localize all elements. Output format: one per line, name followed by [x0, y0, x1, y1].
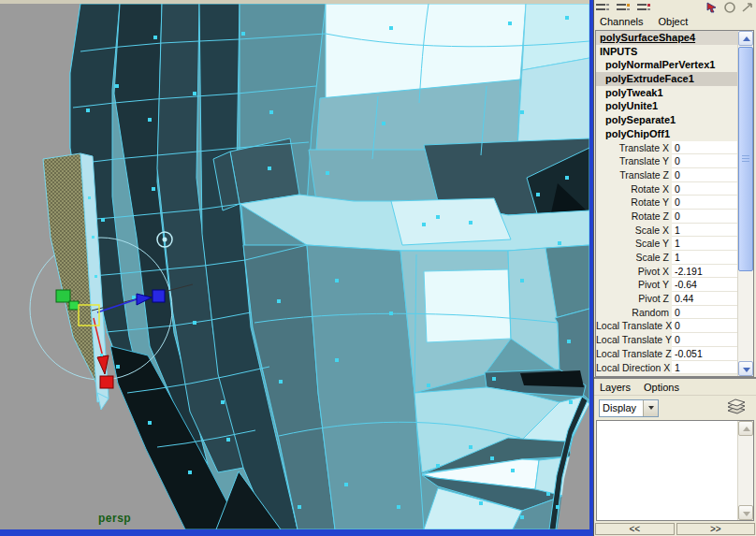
attribute-value-field[interactable]: 0	[672, 210, 737, 224]
shape-node-name[interactable]: polySurfaceShape4	[596, 31, 737, 45]
attribute-value-field[interactable]: -0.64	[672, 278, 737, 292]
camera-name-label: persp	[98, 512, 131, 525]
channel-attribute-row: Local Direction X1	[596, 361, 737, 375]
layer-editor-menubar: Layers Options	[594, 379, 756, 396]
attribute-name[interactable]: Translate Y	[596, 154, 672, 168]
history-node-row[interactable]: polyExtrudeFace1	[596, 72, 737, 86]
layer-list-scrollbar[interactable]	[737, 421, 753, 520]
menu-layers[interactable]: Layers	[600, 382, 631, 393]
channel-attribute-row: Translate Z0	[596, 168, 737, 182]
layer-list[interactable]	[596, 420, 754, 521]
channel-attribute-row: Pivot Y-0.64	[596, 278, 737, 292]
pager-prev-button[interactable]: <<	[595, 523, 675, 535]
dropdown-arrow-button[interactable]	[643, 400, 658, 416]
attribute-value-field[interactable]: 0	[672, 154, 737, 168]
attribute-value-field[interactable]: 1	[672, 251, 737, 265]
channel-attribute-row: Scale X1	[596, 224, 737, 238]
channel-box-panel: Channels Object polySurfaceShape4 INPUTS…	[593, 0, 756, 536]
channel-attribute-row: Scale Y1	[596, 237, 737, 251]
inputs-section-label: INPUTS	[596, 45, 737, 59]
channel-attribute-row: Rotate Y0	[596, 196, 737, 210]
channel-box-menubar: Channels Object	[594, 13, 756, 30]
attribute-value-field[interactable]: -2.191	[672, 265, 737, 279]
pointer-red-icon[interactable]	[705, 2, 719, 13]
channel-box-scrollbar[interactable]	[737, 31, 753, 376]
channel-attribute-row: Translate X0	[596, 141, 737, 155]
channel-attribute-row: Random0	[596, 306, 737, 320]
channel-attribute-row: Local Translate Y0	[596, 333, 737, 347]
channel-attribute-row: Rotate Z0	[596, 210, 737, 224]
attribute-value-field[interactable]: 0	[672, 141, 737, 155]
display-dropdown-value: Display	[600, 402, 643, 413]
attribute-name[interactable]: Scale Z	[596, 251, 672, 265]
attribute-value-field[interactable]: 1	[672, 237, 737, 251]
display-mode-dropdown[interactable]: Display	[599, 399, 659, 417]
attribute-name[interactable]: Translate Z	[596, 168, 672, 182]
attribute-name[interactable]: Rotate X	[596, 182, 672, 196]
menu-channels[interactable]: Channels	[600, 16, 643, 27]
mesh-scene[interactable]	[0, 4, 589, 529]
channel-attribute-row: Rotate X0	[596, 182, 737, 196]
attribute-value-field[interactable]: 0	[672, 319, 737, 333]
menu-options[interactable]: Options	[644, 382, 679, 393]
history-node-row[interactable]: polySeparate1	[596, 113, 737, 127]
layer-stack-icon[interactable]	[724, 398, 749, 417]
attribute-name[interactable]: Rotate Y	[596, 196, 672, 210]
attribute-name[interactable]: Local Direction X	[596, 361, 672, 375]
channel-lines-orange-icon[interactable]	[617, 3, 631, 13]
arrow-gray-icon[interactable]	[741, 2, 754, 13]
attribute-name[interactable]: Local Translate X	[596, 319, 672, 333]
attribute-value-field[interactable]: -0.051	[672, 347, 737, 361]
attribute-name[interactable]: Rotate Z	[596, 210, 672, 224]
attribute-value-field[interactable]: 1	[672, 361, 737, 375]
pager-next-button[interactable]: >>	[676, 523, 756, 535]
head-mesh-faces[interactable]	[70, 4, 589, 529]
channel-attribute-row: Local Translate X0	[596, 319, 737, 333]
history-node-row[interactable]: polyNormalPerVertex1	[596, 58, 737, 72]
attribute-name[interactable]: Pivot X	[596, 265, 672, 279]
attribute-value-field[interactable]: 0	[672, 182, 737, 196]
channel-lines-red-icon[interactable]	[637, 3, 651, 13]
attribute-value-field[interactable]: 0	[672, 196, 737, 210]
channel-attribute-row: Pivot Z0.44	[596, 292, 737, 306]
active-panel-border-bottom	[0, 529, 593, 536]
history-node-row[interactable]: polyTweak1	[596, 86, 737, 100]
attribute-name[interactable]: Local Translate Z	[596, 347, 672, 361]
attribute-value-field[interactable]: 0	[672, 333, 737, 347]
history-node-row[interactable]: polyChipOff1	[596, 127, 737, 141]
scroll-down-button[interactable]	[738, 361, 753, 376]
channel-box-toolbar	[594, 0, 756, 13]
attribute-value-field[interactable]: 0.44	[672, 292, 737, 306]
channel-attribute-row: Pivot X-2.191	[596, 265, 737, 279]
layer-editor-toolbar: Display	[594, 396, 756, 420]
attribute-value-field[interactable]: 0	[672, 168, 737, 182]
scroll-up-button[interactable]	[738, 31, 753, 46]
menu-object[interactable]: Object	[658, 16, 688, 27]
attribute-name[interactable]: Pivot Y	[596, 278, 672, 292]
maya-window: persp	[0, 0, 756, 536]
panel-pager: << >>	[594, 521, 756, 535]
channel-attribute-row: Local Translate Z-0.051	[596, 347, 737, 361]
scrollbar-thumb[interactable]	[738, 47, 753, 271]
perspective-viewport[interactable]: persp	[0, 0, 593, 536]
history-node-row[interactable]: polyUnite1	[596, 99, 737, 113]
attribute-value-field[interactable]: 0	[672, 306, 737, 320]
attribute-name[interactable]: Random	[596, 306, 672, 320]
layer-scroll-up-button[interactable]	[738, 421, 753, 436]
attribute-name[interactable]: Local Translate Y	[596, 333, 672, 347]
channel-lines-gray-icon[interactable]	[596, 3, 610, 13]
layer-scroll-down-button[interactable]	[738, 505, 753, 520]
channel-box-list: polySurfaceShape4 INPUTS polyNormalPerVe…	[595, 30, 754, 377]
attribute-name[interactable]: Scale Y	[596, 237, 672, 251]
channel-attribute-row: Translate Y0	[596, 154, 737, 168]
attribute-name[interactable]: Scale X	[596, 224, 672, 238]
attribute-value-field[interactable]: 1	[672, 224, 737, 238]
channel-attribute-row: Scale Z1	[596, 251, 737, 265]
circle-gray-icon[interactable]	[723, 2, 736, 13]
attribute-name[interactable]: Pivot Z	[596, 292, 672, 306]
attribute-name[interactable]: Translate X	[596, 141, 672, 155]
